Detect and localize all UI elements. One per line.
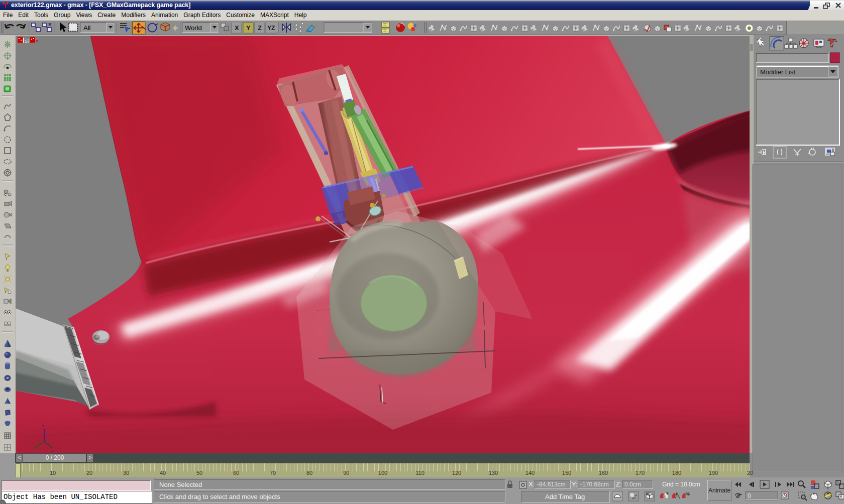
svg-text:Modifier List: Modifier List <box>760 68 795 76</box>
svg-text:Z: Z <box>258 24 262 32</box>
svg-text:YZ: YZ <box>267 25 275 32</box>
svg-text:3: 3 <box>666 491 669 495</box>
svg-text:All: All <box>83 24 91 32</box>
svg-text:st: st <box>25 38 29 44</box>
svg-text:x: x <box>50 449 53 453</box>
svg-text:Y: Y <box>246 24 251 32</box>
svg-text:World: World <box>185 24 202 32</box>
svg-text:0: 0 <box>748 492 751 499</box>
svg-text:X: X <box>235 24 239 32</box>
svg-text:%: % <box>686 491 690 496</box>
svg-text:z: z <box>42 424 44 428</box>
